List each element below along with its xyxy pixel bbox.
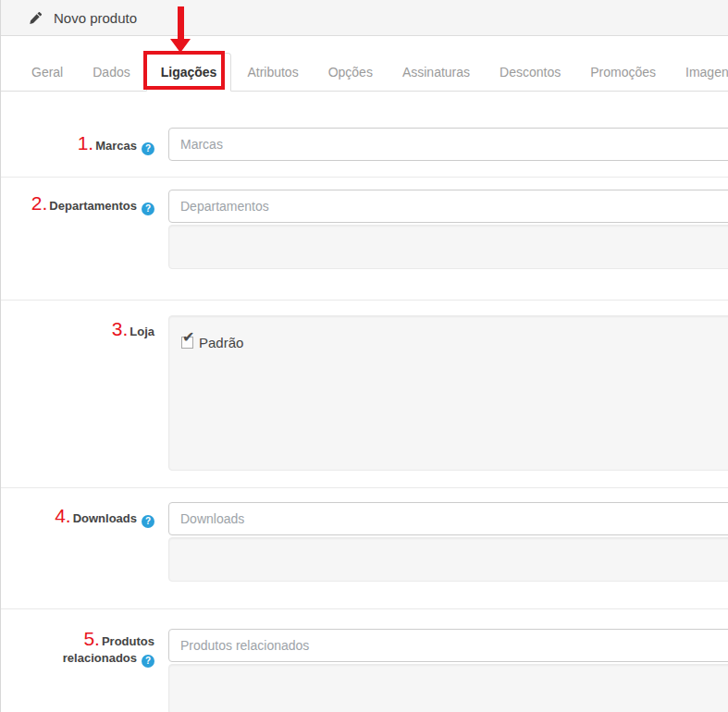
tab-opcoes[interactable]: Opções [315,54,387,91]
departamentos-label: 2.Departamentos? [1,190,154,269]
tab-assinaturas[interactable]: Assinaturas [389,54,484,91]
tab-descontos[interactable]: Descontos [486,54,574,91]
help-icon[interactable]: ? [142,515,154,528]
form-group-departamentos: 2.Departamentos? [1,178,728,301]
produtos-relacionados-input[interactable] [168,629,728,662]
produtos-relacionados-label: 5.Produtos relacionados? [1,629,154,712]
loja-control: ✔ Padrão [154,313,728,471]
tab-bar: Geral Dados Ligações Atributos Opções As… [1,53,728,92]
marcas-label: 1.Marcas? [1,128,154,161]
padrao-checkbox-row[interactable]: ✔ Padrão [169,316,728,369]
annotation-number-3: 3. [112,318,129,339]
tab-imagens[interactable]: Imagens [672,54,728,91]
downloads-label: 4.Downloads? [1,502,154,582]
departamentos-control [154,190,728,269]
produtos-relacionados-list-well [168,664,728,712]
red-arrow-down-icon [170,39,191,53]
new-product-page: Novo produto Geral Dados Ligações Atribu… [0,0,728,712]
tab-atributos[interactable]: Atributos [233,54,312,91]
downloads-input[interactable] [168,502,728,535]
form-group-loja: 3.Loja ✔ Padrão [1,301,728,488]
annotation-number-4: 4. [55,505,71,526]
tab-promocoes[interactable]: Promoções [576,54,670,91]
annotation-number-5: 5. [83,628,100,649]
panel-heading: Novo produto [1,0,728,36]
departamentos-list-well [168,225,728,269]
tab-geral[interactable]: Geral [18,54,77,91]
form-group-marcas: 1.Marcas? [1,92,728,178]
tab-dados[interactable]: Dados [79,54,143,91]
checkbox-checked-icon[interactable]: ✔ [181,337,193,349]
marcas-input[interactable] [168,128,728,161]
downloads-list-well [168,537,728,582]
marcas-control [154,128,728,161]
form-group-produtos-relacionados: 5.Produtos relacionados? [1,609,728,712]
help-icon[interactable]: ? [142,203,154,215]
departamentos-input[interactable] [168,190,728,223]
downloads-control [154,502,728,582]
page-title: Novo produto [54,10,137,26]
tab-ligacoes[interactable]: Ligações [146,53,232,92]
pencil-icon [29,11,43,25]
form-group-downloads: 4.Downloads? [1,488,728,609]
loja-label: 3.Loja [1,313,154,471]
loja-list-well: ✔ Padrão [168,315,728,471]
padrao-checkbox-label: Padrão [199,335,243,350]
annotation-number-2: 2. [31,192,48,214]
annotation-number-1: 1. [78,132,94,153]
help-icon[interactable]: ? [142,142,154,155]
produtos-relacionados-control [154,629,728,712]
help-icon[interactable]: ? [142,655,154,668]
